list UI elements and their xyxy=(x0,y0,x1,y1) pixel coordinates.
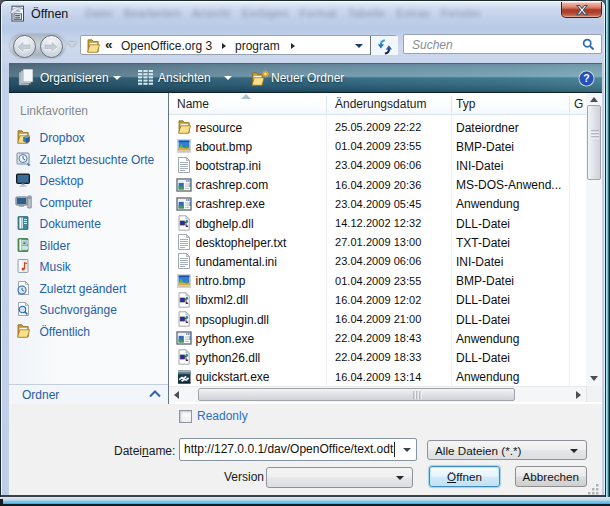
svg-text:?: ? xyxy=(583,72,589,84)
